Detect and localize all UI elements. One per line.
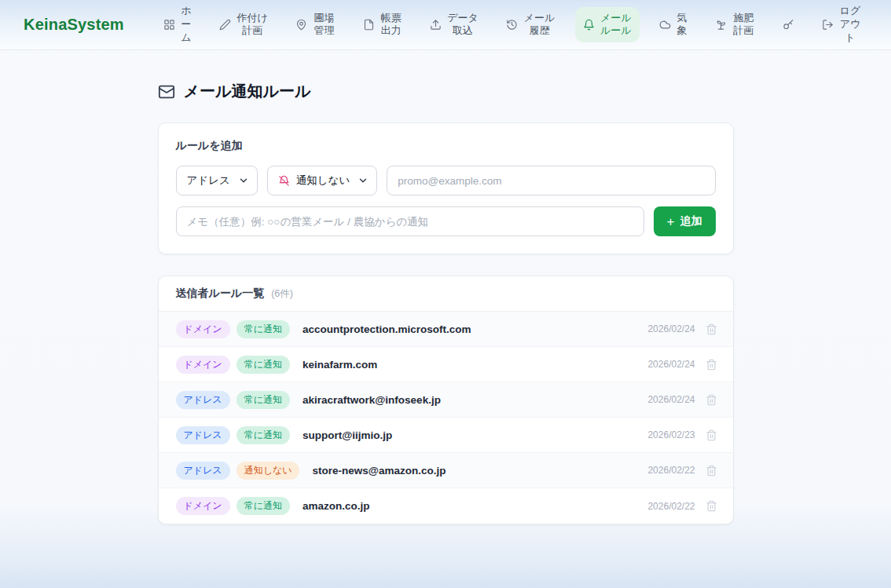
trash-icon <box>706 465 717 477</box>
delete-rule-button[interactable] <box>706 465 717 477</box>
rule-row: アドレス常に通知akiracraftwork@infoseek.jp2026/0… <box>159 382 733 418</box>
nav-item-home[interactable]: ホーム <box>156 0 200 49</box>
trash-icon <box>706 323 717 335</box>
address-input[interactable] <box>387 166 715 195</box>
rule-action-badge: 常に通知 <box>236 356 290 374</box>
rule-date: 2026/02/24 <box>647 323 695 334</box>
rule-type-badge: ドメイン <box>176 497 230 515</box>
nav-item-weather[interactable]: 気象 <box>651 7 695 43</box>
delete-rule-button[interactable] <box>706 394 717 406</box>
nav-item-report-output[interactable]: 帳票出力 <box>355 7 410 43</box>
add-rule-button[interactable]: + 追加 <box>654 206 716 236</box>
rule-date: 2026/02/24 <box>647 394 695 405</box>
document-icon <box>363 19 375 31</box>
rule-row-meta: 2026/02/22 <box>647 500 717 512</box>
cloud-icon <box>659 19 671 31</box>
sender-rules-header: 送信者ルール一覧 (6件) <box>159 276 733 312</box>
nav-item-mail-history[interactable]: メール履歴 <box>498 7 563 43</box>
rule-type-badge: アドレス <box>176 426 230 444</box>
rule-type-select[interactable]: アドレス <box>176 166 258 195</box>
delete-rule-button[interactable] <box>706 323 717 335</box>
nav-item-label: ログアウト <box>839 5 861 45</box>
nav-item-field-management[interactable]: 圃場管理 <box>288 7 343 43</box>
nav-item-label: 圃場管理 <box>313 12 335 38</box>
trash-icon <box>706 429 717 441</box>
trash-icon <box>706 500 717 512</box>
add-rule-button-label: 追加 <box>680 214 702 228</box>
rule-row-meta: 2026/02/24 <box>647 359 717 371</box>
nav-item-label: データ取込 <box>447 12 478 38</box>
delete-rule-button[interactable] <box>706 429 717 441</box>
plus-icon: + <box>667 215 675 228</box>
nav-item-mail-rules[interactable]: メールルール <box>575 7 640 43</box>
add-rule-row-1: アドレス 通知しない <box>176 166 716 195</box>
rule-date: 2026/02/22 <box>647 465 695 476</box>
memo-input[interactable] <box>176 206 644 236</box>
nav-item-data-import[interactable]: データ取込 <box>422 7 486 43</box>
nav-item-label: 帳票出力 <box>380 12 402 38</box>
rule-action-select[interactable]: 通知しない <box>267 166 377 195</box>
add-rule-row-2: + 追加 <box>176 206 716 236</box>
pencil-icon <box>219 19 231 31</box>
top-nav: KeinaSystem ホーム作付け計画圃場管理帳票出力データ取込メール履歴メー… <box>0 0 891 50</box>
rule-row-meta: 2026/02/24 <box>647 394 717 406</box>
rule-address: keinafarm.com <box>302 359 377 371</box>
nav-item-label: メール履歴 <box>523 12 555 38</box>
sender-rules-card: 送信者ルール一覧 (6件) ドメイン常に通知accountprotection.… <box>158 276 734 524</box>
add-rule-heading: ルールを追加 <box>176 139 716 153</box>
main-nav: ホーム作付け計画圃場管理帳票出力データ取込メール履歴メールルール気象施肥計画ログ… <box>156 0 869 49</box>
rule-action-badge: 常に通知 <box>236 426 290 444</box>
nav-item-label: 施肥計画 <box>732 12 754 38</box>
rule-action-badge: 常に通知 <box>236 391 290 409</box>
add-rule-card: ルールを追加 アドレス 通知しない + 追加 <box>158 122 734 254</box>
grid-icon <box>163 19 175 31</box>
history-icon <box>506 19 518 31</box>
rule-date: 2026/02/23 <box>647 429 695 440</box>
nav-item-logout[interactable]: ログアウト <box>814 0 869 49</box>
rule-row-meta: 2026/02/22 <box>647 465 717 477</box>
rule-row-meta: 2026/02/24 <box>647 323 717 335</box>
rule-type-selected-value: アドレス <box>187 173 230 188</box>
rule-row-meta: 2026/02/23 <box>647 429 717 441</box>
brand-logo[interactable]: KeinaSystem <box>24 16 124 34</box>
delete-rule-button[interactable] <box>706 359 717 371</box>
sprout-icon <box>715 19 727 31</box>
rule-row: ドメイン常に通知keinafarm.com2026/02/24 <box>159 347 733 382</box>
nav-item-label: 気象 <box>676 12 688 38</box>
nav-item-planting-plan[interactable]: 作付け計画 <box>211 7 276 43</box>
rule-row: アドレス通知しないstore-news@amazon.co.jp2026/02/… <box>159 453 733 488</box>
page-title: メール通知ルール <box>158 81 734 102</box>
rule-address: store-news@amazon.co.jp <box>312 465 446 477</box>
rule-action-selected-value: 通知しない <box>296 173 350 188</box>
rule-action-badge: 通知しない <box>236 462 300 480</box>
rule-action-badge: 常に通知 <box>236 497 290 515</box>
sender-rules-count: (6件) <box>271 287 293 301</box>
nav-item-password[interactable] <box>775 14 802 35</box>
trash-icon <box>706 394 717 406</box>
nav-item-label: ホーム <box>181 5 192 45</box>
rule-address: amazon.co.jp <box>302 500 370 512</box>
upload-icon <box>430 19 442 31</box>
trash-icon <box>706 359 717 371</box>
rule-type-badge: ドメイン <box>176 356 230 374</box>
main-content: メール通知ルール ルールを追加 アドレス 通知しない + 追加 送信者ル <box>158 50 734 524</box>
bell-off-icon <box>278 175 290 187</box>
rule-row: ドメイン常に通知amazon.co.jp2026/02/22 <box>159 488 733 524</box>
envelope-icon <box>158 83 175 100</box>
sender-rules-list: ドメイン常に通知accountprotection.microsoft.com2… <box>159 312 733 524</box>
chevron-down-icon <box>358 175 368 186</box>
rule-type-badge: ドメイン <box>176 320 230 338</box>
rule-date: 2026/02/24 <box>647 359 695 370</box>
rule-address: support@iijmio.jp <box>302 429 392 441</box>
rule-action-badge: 常に通知 <box>236 320 290 338</box>
pin-icon <box>295 19 307 31</box>
logout-icon <box>822 19 834 31</box>
chevron-down-icon <box>238 175 249 186</box>
page-title-text: メール通知ルール <box>184 81 311 102</box>
nav-item-label: メールルール <box>600 12 632 38</box>
nav-item-fertilizer-plan[interactable]: 施肥計画 <box>707 7 762 43</box>
sender-rules-title: 送信者ルール一覧 <box>176 287 265 301</box>
rule-type-badge: アドレス <box>176 462 230 480</box>
delete-rule-button[interactable] <box>706 500 717 512</box>
rule-address: accountprotection.microsoft.com <box>302 323 471 335</box>
